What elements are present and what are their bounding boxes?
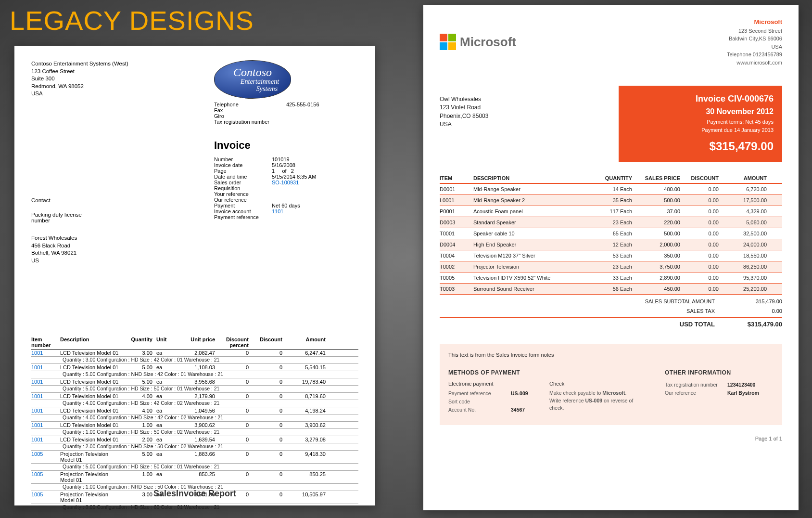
table-row: D0001Mid-Range Speaker14 Each480.000.006…: [440, 184, 782, 195]
table-row: 1001LCD Television Model 012.00ea1,639.5…: [31, 436, 358, 443]
table-row: T0004Television M120 37" Silver53 Each35…: [440, 250, 782, 261]
invoice-meta: Number101019 Invoice date5/16/2008 Page1…: [214, 156, 358, 220]
line-detail: Quantity : 5.00 Configuration : HD Size …: [31, 386, 358, 393]
legacy-invoice-page: Contoso Entertainment Systems (West) 123…: [14, 46, 375, 505]
microsoft-logo-icon: [440, 34, 456, 50]
table-row: D0004High End Speaker12 Each2,000.000.00…: [440, 239, 782, 250]
footer-info-band: This text is from the Sales Invoice form…: [440, 344, 782, 425]
ship-to-address: Forest Wholesales 456 Black Road Bothell…: [31, 234, 358, 264]
table-row: 1001LCD Television Model 013.00ea2,082.4…: [31, 350, 358, 357]
check-instructions: Make check payable to Microsoft. Write r…: [549, 389, 646, 412]
totals-block: SALES SUBTOTAL AMOUNT315,479.00 SALES TA…: [440, 297, 782, 330]
methods-of-payment-heading: METHODS OF PAYMENT: [448, 369, 530, 376]
other-information-heading: OTHER INFORMATION: [665, 369, 774, 376]
contact-label: Contact: [31, 197, 89, 203]
company-address: Microsoft 123 Second Street Baldwin City…: [727, 17, 782, 66]
table-row: 1001LCD Television Model 015.00ea3,956.6…: [31, 378, 358, 386]
contact-block: Telephone425-555-0156 Fax Giro Tax regis…: [214, 102, 358, 125]
table-row: T0001Speaker cable 1065 Each500.000.0032…: [440, 228, 782, 239]
table-row: T0003Surround Sound Receiver56 Each450.0…: [440, 284, 782, 295]
line-detail: Quantity : 3.00 Configuration : HD Size …: [31, 357, 358, 364]
table-row: 1001LCD Television Model 014.00ea1,049.5…: [31, 407, 358, 414]
table-row: 1005Projection Television Model 015.00ea…: [31, 451, 358, 464]
invoice-heading: Invoice: [214, 139, 358, 152]
line-detail: Quantity : 1.00 Configuration : HD Size …: [31, 429, 358, 436]
line-detail: Quantity : 2.00 Configuration : NHD Size…: [31, 443, 358, 451]
line-detail: Quantity : 5.00 Configuration : HD Size …: [31, 464, 358, 471]
ship-to-address: Owl Wholesales 123 Violet Road Phoenix,C…: [440, 86, 619, 162]
modern-invoice-page: Microsoft Microsoft 123 Second Street Ba…: [423, 5, 799, 510]
form-notes: This text is from the Sales Invoice form…: [448, 352, 774, 358]
table-row: T0005Television HDTV X590 52" White33 Ea…: [440, 272, 782, 284]
report-footer: SalesInvoice Report: [14, 489, 375, 499]
table-row: T0002Projector Television23 Each3,750.00…: [440, 261, 782, 272]
line-detail: Quantity : 5.00 Configuration : NHD Size…: [31, 371, 358, 378]
microsoft-logo: Microsoft: [440, 17, 516, 66]
table-row: 1001LCD Television Model 011.00ea3,900.6…: [31, 422, 358, 429]
table-row: 1001LCD Television Model 014.00ea2,179.9…: [31, 393, 358, 400]
contoso-logo-icon: Contoso Entertainment Systems: [214, 60, 291, 99]
line-detail: Quantity : 4.00 Configuration : HD Size …: [31, 400, 358, 407]
invoice-lines-table: Item number Description Quantity Unit Un…: [31, 337, 358, 511]
invoice-summary-band: Invoice CIV-000676 30 November 2012 Paym…: [619, 86, 782, 162]
company-address: Contoso Entertainment Systems (West) 123…: [31, 60, 128, 220]
line-detail: Quantity : 3.00 Configuration : HD Size …: [31, 504, 358, 511]
invoice-lines-table: ITEM DESCRIPTION QUANTITY SALES PRICE DI…: [440, 175, 782, 295]
line-detail: Quantity : 4.00 Configuration : NHD Size…: [31, 414, 358, 422]
table-row: L0001Mid-Range Speaker 235 Each500.000.0…: [440, 195, 782, 206]
table-row: P0001Acoustic Foam panel117 Each37.000.0…: [440, 206, 782, 217]
slide-title: LEGACY DESIGNS: [10, 5, 254, 36]
table-row: 1005Projection Television Model 011.00ea…: [31, 471, 358, 484]
table-row: 1001LCD Television Model 015.00ea1,108.0…: [31, 364, 358, 371]
table-row: D0003Standard Speaker23 Each220.000.005,…: [440, 217, 782, 228]
company-name: Contoso Entertainment Systems (West): [31, 60, 128, 68]
page-number: Page 1 of 1: [440, 436, 782, 441]
packing-duty-label: Packing duty license number: [31, 212, 89, 223]
